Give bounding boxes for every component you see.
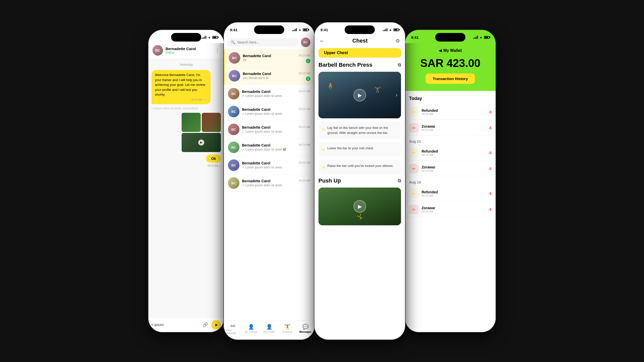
instruction-1: » Lay flat on the bench with your feet o… [318,122,401,139]
figure-bench: 🏋 [374,87,381,93]
message-preview: you should eat it all [243,76,310,80]
signal-icon-4 [473,36,478,39]
ok-check: ✓ [219,164,221,167]
nav-messages[interactable]: 💬 Messages [296,324,314,333]
refunded-icon-3: ✏ [409,189,419,198]
exercise-video-barbell[interactable]: 🧍 🏋 ▶ › [318,72,401,118]
dynamic-island-4 [435,33,465,42]
dynamic-island-3 [345,25,375,34]
message-text: Welcome Bernadette Carol, I'm your train… [155,73,205,96]
chat-online-status: Online [166,51,215,54]
list-item[interactable]: BC Bernadette Carol 09:25 AM ✓ Lorem ips… [224,85,314,103]
avatar: BC [228,141,239,153]
tx-name: Zorawar [422,124,486,128]
chat-contact-name: Bernadette Carol [166,47,215,51]
exercise-tag[interactable]: Upper Chest [318,48,401,58]
nav-my-profile[interactable]: 👤 MY Profile [260,324,278,333]
attach-button[interactable]: 🔗 [201,321,209,329]
contact-icon-2: ✏ [409,164,419,173]
exercise-header: ← Chest ⚙ [314,35,405,47]
tx-info: Refunded 09:25 AM [422,108,486,116]
time-2: 9:41 [230,28,237,32]
tx-amount: -$ [489,151,492,155]
search-input[interactable] [237,40,281,44]
copy-icon[interactable]: ⧉ [398,62,401,68]
tx-info: Zorawar 09:25 AM [422,165,486,172]
video-play-button[interactable]: ▶ [353,89,366,101]
instruction-2: » Lower the bar to your mid chest [318,142,401,156]
wifi-icon-1: ▲ [208,35,211,39]
avatar: BC [228,88,239,99]
list-item[interactable]: BC Bernadette Carol 09:25 AM you should … [224,67,314,85]
tx-amount: -$ [489,126,492,130]
transaction-history-button[interactable]: Transaction History [426,74,475,84]
back-button[interactable]: ← [319,38,325,44]
avatar: BC [228,106,239,117]
list-item[interactable]: BC Bernadette Carol 09:25 AM ✓ Lorem ips… [224,174,314,192]
tx-info: Zorawar 09:25 AM [422,206,486,213]
wallet-balance-section: ◀ My Wallet SAR 423.00 Transaction Histo… [405,43,496,91]
video-play-button[interactable]: ▶ [198,139,204,146]
send-button[interactable]: ➤ [211,320,221,330]
search-input-wrap[interactable]: 🔍 [228,38,299,46]
chat-more-button[interactable]: ⋮ [215,47,220,53]
contact-name: Bernadette Carol [242,90,270,94]
message-preview: ✓ Lorem ipsum dolor sit amet. [242,184,310,187]
phone-messages-list: 9:41 ▲ 🔍 BC BC [224,22,314,340]
list-item[interactable]: BC Bernadette Carol 09:25 AM Ok 1 [224,49,314,67]
message-time: 09:25 AM [299,161,310,165]
trainee-icon: 👤 [248,324,254,330]
wallet-amount: SAR 423.00 [420,57,480,69]
instruction-text-2: Lower the bar to your mid chest [327,146,373,151]
message-time: 09:25 AM [299,90,310,94]
status-icons-2: ▲ [292,28,308,31]
message-content: Bernadette Carol 09:25 AM ✓ Lorem ipsum … [242,179,310,187]
time-4: 9:41 [411,35,419,40]
tx-name: Zorawar [422,206,486,210]
nav-my-trainee[interactable]: 👤 My Trainee [242,324,260,333]
exercise-name-pushup: Push Up ⧉ [318,177,401,184]
contact-icon-3: ✏ [409,205,419,214]
chevron-icon-1: » [322,125,325,132]
list-item[interactable]: BC Bernadette Carol 09:25 AM ✓ Lorem ips… [224,103,314,121]
transaction-item: ✏ Zorawar 09:25 AM -$ [409,121,492,135]
copy-icon-2[interactable]: ⧉ [398,178,401,184]
contact-name: Bernadette Carol [242,161,270,165]
list-item[interactable]: BC Bernadette Carol 09:25 AM ✓ Lorem ips… [224,121,314,138]
user-avatar: BC [301,38,310,47]
wallet-back-button[interactable]: ◀ My Wallet [439,48,462,53]
list-item[interactable]: BC Bernadette Carol 09:25 AM ✓ Lorem ips… [224,156,314,174]
contact-icon: ✏ [409,123,419,133]
video-play-button-2[interactable]: ▶ [353,200,366,213]
exercise-name-text: Barbell Bench Press [318,62,372,68]
nav-fitnee-community[interactable]: 🏘 FitNee community [224,322,242,335]
pushup-figure: 🤸 [356,214,363,220]
message-preview: ✓ Lorem ipsum dolor sit amet. [242,166,310,169]
date-label: Yesterday [151,63,221,66]
filter-button[interactable]: ⚙ [395,38,400,44]
video-next-arrow[interactable]: › [396,92,397,98]
ok-bubble: Ok [206,155,221,163]
chat-input[interactable]: n ipsum [151,323,199,327]
chat-placeholder-text: n ipsum dolor sit amet, consectetur [151,107,198,110]
nav-profile-label: MY Profile [263,331,275,333]
nav-exercise[interactable]: 🏋 Exercise [278,324,296,333]
avatar: BC [228,124,239,135]
message-content: Bernadette Carol 09:25 AM Ok [243,54,310,62]
message-preview: ✓ Lorem ipsum dolor sit amet. [242,130,310,133]
figure-standing: 🧍 [326,82,335,90]
exercise-video-pushup[interactable]: 🤸 ▶ [318,188,401,225]
tx-name: Refunded [422,190,486,194]
refunded-icon-2: ✏ [409,148,419,158]
tx-amount: -$ [489,192,492,196]
message-time: 09:25 AM [299,179,310,183]
message-preview: Ok [243,58,310,62]
chat-header-info: Bernadette Carol Online [166,47,215,54]
message-check: ✓✓ [203,98,207,101]
message-content: Bernadette Carol 09:25 AM you should eat… [243,72,310,80]
list-item[interactable]: BC Bernadette Carol 09:25 AM ✓ Lorem ips… [224,138,314,156]
messages-list: BC Bernadette Carol 09:25 AM Ok 1 BC Ber… [224,49,314,320]
exercise-category-title: Chest [352,38,368,44]
aug23-section-title: Aug 23 [409,139,492,143]
exercise-name: Barbell Bench Press ⧉ [318,62,401,68]
